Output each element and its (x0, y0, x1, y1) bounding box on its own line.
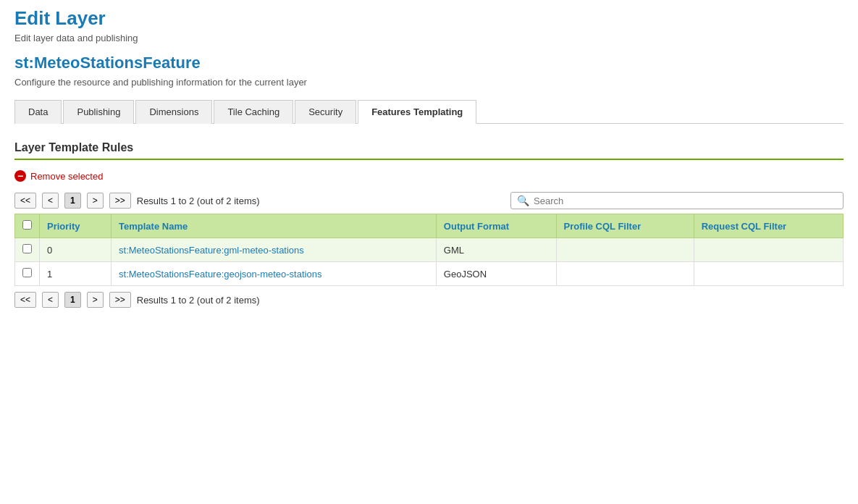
row-priority: 1 (40, 262, 112, 286)
results-text: Results 1 to 2 (out of 2 items) (137, 196, 260, 206)
row-output-format: GML (436, 238, 556, 262)
bottom-prev-page-button[interactable]: < (42, 292, 59, 308)
tab-features-templating[interactable]: Features Templating (358, 100, 476, 124)
bottom-last-page-button[interactable]: >> (109, 292, 131, 308)
search-input[interactable] (534, 196, 837, 206)
row-priority: 0 (40, 238, 112, 262)
row-checkbox-1[interactable] (22, 268, 32, 277)
row-checkbox-cell (15, 238, 40, 262)
row-profile-cql-filter (556, 238, 694, 262)
page-container: Edit Layer Edit layer data and publishin… (0, 0, 858, 322)
table-header-row: Priority Template Name Output Format Pro… (15, 214, 844, 238)
request-cql-filter-header: Request CQL Filter (694, 214, 843, 238)
section-title: Layer Template Rules (14, 141, 844, 160)
priority-header: Priority (40, 214, 112, 238)
layer-name: st:MeteoStationsFeature (14, 54, 844, 72)
output-format-header: Output Format (436, 214, 556, 238)
row-request-cql-filter (694, 238, 843, 262)
last-page-button[interactable]: >> (109, 193, 131, 209)
row-checkbox-cell (15, 262, 40, 286)
tab-tile-caching[interactable]: Tile Caching (214, 100, 293, 124)
remove-icon: − (14, 170, 26, 182)
template-name-link[interactable]: st:MeteoStationsFeature:gml-meteo-statio… (119, 245, 304, 256)
tab-data[interactable]: Data (14, 100, 62, 124)
row-checkbox-0[interactable] (22, 244, 32, 253)
select-all-header[interactable] (15, 214, 40, 238)
row-template-name: st:MeteoStationsFeature:geojson-meteo-st… (112, 262, 437, 286)
table-body: 0st:MeteoStationsFeature:gml-meteo-stati… (15, 238, 844, 286)
tabs-container: Data Publishing Dimensions Tile Caching … (14, 99, 844, 124)
remove-selected-label: Remove selected (30, 171, 103, 182)
row-template-name: st:MeteoStationsFeature:gml-meteo-statio… (112, 238, 437, 262)
template-name-header: Template Name (112, 214, 437, 238)
next-page-button[interactable]: > (87, 193, 104, 209)
current-page-button[interactable]: 1 (64, 193, 81, 209)
page-title: Edit Layer (14, 7, 844, 30)
row-request-cql-filter (694, 262, 843, 286)
template-name-link[interactable]: st:MeteoStationsFeature:geojson-meteo-st… (119, 269, 321, 280)
profile-cql-filter-header: Profile CQL Filter (556, 214, 694, 238)
row-profile-cql-filter (556, 262, 694, 286)
top-toolbar: << < 1 > >> Results 1 to 2 (out of 2 ite… (14, 192, 844, 209)
tab-security[interactable]: Security (295, 100, 356, 124)
first-page-button[interactable]: << (14, 193, 36, 209)
bottom-toolbar: << < 1 > >> Results 1 to 2 (out of 2 ite… (14, 292, 844, 308)
prev-page-button[interactable]: < (42, 193, 59, 209)
table-row: 1st:MeteoStationsFeature:geojson-meteo-s… (15, 262, 844, 286)
page-subtitle: Edit layer data and publishing (14, 33, 844, 43)
bottom-current-page-button[interactable]: 1 (64, 292, 81, 308)
search-icon: 🔍 (517, 195, 529, 206)
bottom-results-text: Results 1 to 2 (out of 2 items) (137, 295, 260, 306)
select-all-checkbox[interactable] (22, 220, 32, 230)
bottom-next-page-button[interactable]: > (87, 292, 104, 308)
tab-publishing[interactable]: Publishing (63, 100, 134, 124)
layer-description: Configure the resource and publishing in… (14, 77, 844, 88)
table-row: 0st:MeteoStationsFeature:gml-meteo-stati… (15, 238, 844, 262)
bottom-first-page-button[interactable]: << (14, 292, 36, 308)
template-rules-table: Priority Template Name Output Format Pro… (14, 214, 844, 286)
remove-selected-button[interactable]: − Remove selected (14, 170, 103, 182)
search-box: 🔍 (510, 192, 844, 209)
tab-dimensions[interactable]: Dimensions (135, 100, 212, 124)
row-output-format: GeoJSON (436, 262, 556, 286)
